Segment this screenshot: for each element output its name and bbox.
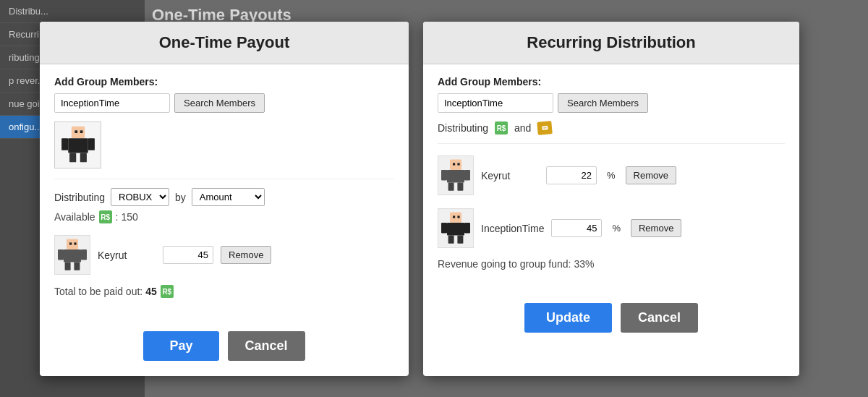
update-button[interactable]: Update <box>524 303 612 333</box>
remove-button-left[interactable]: Remove <box>221 246 271 264</box>
svg-rect-30 <box>453 215 455 218</box>
distributing-label-right: Distributing <box>438 122 488 134</box>
search-row-right: Search Members <box>438 93 785 113</box>
svg-rect-22 <box>453 163 455 165</box>
right-modal-footer: Update Cancel <box>423 296 799 347</box>
member-avatar-icon <box>58 238 87 273</box>
left-modal-body: Add Group Members: Search Members <box>40 64 409 324</box>
right-modal-body: Add Group Members: Search Members Distri… <box>423 64 799 296</box>
member-name-keyrut: Keyrut <box>481 170 539 182</box>
member-avatar-icon-keyrut <box>441 158 470 193</box>
available-label: Available <box>54 211 95 223</box>
total-row: Total to be paid out: 45 R$ <box>54 285 394 298</box>
svg-rect-18 <box>441 170 447 180</box>
svg-rect-31 <box>457 215 459 218</box>
svg-rect-28 <box>448 235 454 243</box>
svg-rect-21 <box>457 182 463 190</box>
svg-rect-12 <box>65 262 71 270</box>
member-row-left: Keyrut Remove <box>54 232 394 278</box>
svg-rect-11 <box>81 249 87 260</box>
svg-rect-26 <box>441 223 447 233</box>
search-input-left[interactable] <box>54 93 170 113</box>
member-name-left: Keyrut <box>98 249 156 261</box>
one-time-payout-modal: One-Time Payout Add Group Members: Searc… <box>40 22 409 376</box>
avatar-icon-left <box>60 125 96 165</box>
by-label: by <box>175 192 186 203</box>
member-avatar-keyrut <box>438 155 474 195</box>
total-amount: 45 <box>145 286 157 297</box>
add-group-label-left: Add Group Members: <box>54 76 394 87</box>
revenue-percent: 33% <box>574 258 594 270</box>
rs-icon-total: R$ <box>161 285 174 298</box>
svg-rect-17 <box>447 170 464 183</box>
percent-input-keyrut[interactable] <box>546 166 597 184</box>
svg-rect-25 <box>447 223 464 236</box>
svg-rect-0 <box>71 127 84 139</box>
search-members-button-left[interactable]: Search Members <box>174 93 265 113</box>
distributing-label-left: Distributing <box>54 192 105 203</box>
distributing-select[interactable]: ROBUX <box>111 188 169 206</box>
remove-button-inceptiontime[interactable]: Remove <box>631 219 681 237</box>
percent-label-inceptiontime: % <box>612 223 621 234</box>
member-avatar-left <box>54 235 90 275</box>
modals-container: One-Time Payout Add Group Members: Searc… <box>40 22 799 376</box>
rs-icon-dist: R$ <box>495 121 508 135</box>
svg-rect-27 <box>464 223 470 233</box>
and-label: and <box>514 122 531 134</box>
svg-rect-9 <box>64 249 81 262</box>
member-avatar-icon-inceptiontime <box>441 211 470 246</box>
sidebar-item-1[interactable]: Distribu... <box>0 0 145 23</box>
member-row-keyrut: Keyrut % Remove <box>438 153 785 198</box>
svg-rect-1 <box>68 138 88 153</box>
percent-label-keyrut: % <box>607 170 616 181</box>
svg-rect-14 <box>69 242 72 244</box>
pay-button[interactable]: Pay <box>143 331 218 361</box>
percent-input-inceptiontime[interactable] <box>551 219 602 237</box>
search-input-right[interactable] <box>438 93 553 113</box>
revenue-row: Revenue going to group fund: 33% <box>438 258 785 270</box>
available-amount: 150 <box>121 211 137 223</box>
add-group-label-right: Add Group Members: <box>438 76 785 87</box>
left-modal-footer: Pay Cancel <box>40 324 409 375</box>
distributing-row-left: Distributing ROBUX by Amount Percentage <box>54 188 394 206</box>
svg-rect-20 <box>448 182 454 190</box>
divider-left <box>54 179 394 179</box>
avatar-box-left <box>54 121 101 168</box>
left-modal-title: One-Time Payout <box>54 33 394 52</box>
left-modal-header: One-Time Payout <box>40 22 409 64</box>
search-row-left: Search Members <box>54 93 394 113</box>
member-name-inceptiontime: InceptionTime <box>481 223 544 234</box>
member-row-inceptiontime: InceptionTime % Remove <box>438 205 785 251</box>
member-avatar-inceptiontime <box>438 208 474 248</box>
svg-rect-23 <box>457 163 459 165</box>
svg-rect-13 <box>74 262 80 270</box>
rs-icon-available: R$ <box>99 210 112 223</box>
divider-right <box>438 143 785 144</box>
svg-rect-6 <box>75 130 77 133</box>
revenue-label: Revenue going to group fund: <box>438 258 571 270</box>
svg-rect-29 <box>457 235 463 243</box>
remove-button-keyrut[interactable]: Remove <box>626 166 676 184</box>
distributing-row-right: Distributing R$ and 🎟 <box>438 121 785 135</box>
right-modal-header: Recurring Distribution <box>423 22 799 64</box>
total-label: Total to be paid out: <box>54 286 142 297</box>
svg-rect-7 <box>80 130 82 133</box>
svg-rect-3 <box>88 138 94 150</box>
svg-rect-19 <box>464 170 470 180</box>
svg-rect-5 <box>80 153 86 163</box>
ticket-icon: 🎟 <box>537 121 553 135</box>
svg-rect-2 <box>61 138 68 150</box>
search-members-button-right[interactable]: Search Members <box>558 93 648 113</box>
svg-rect-10 <box>58 249 64 260</box>
cancel-button-right[interactable]: Cancel <box>621 303 698 333</box>
svg-rect-4 <box>69 153 76 163</box>
cancel-button-left[interactable]: Cancel <box>228 331 305 361</box>
available-row: Available R$ : 150 <box>54 210 394 223</box>
right-modal-title: Recurring Distribution <box>438 33 785 52</box>
recurring-distribution-modal: Recurring Distribution Add Group Members… <box>423 22 799 376</box>
amount-input-left[interactable] <box>163 246 213 264</box>
amount-select[interactable]: Amount Percentage <box>192 188 265 206</box>
svg-rect-15 <box>74 242 76 244</box>
